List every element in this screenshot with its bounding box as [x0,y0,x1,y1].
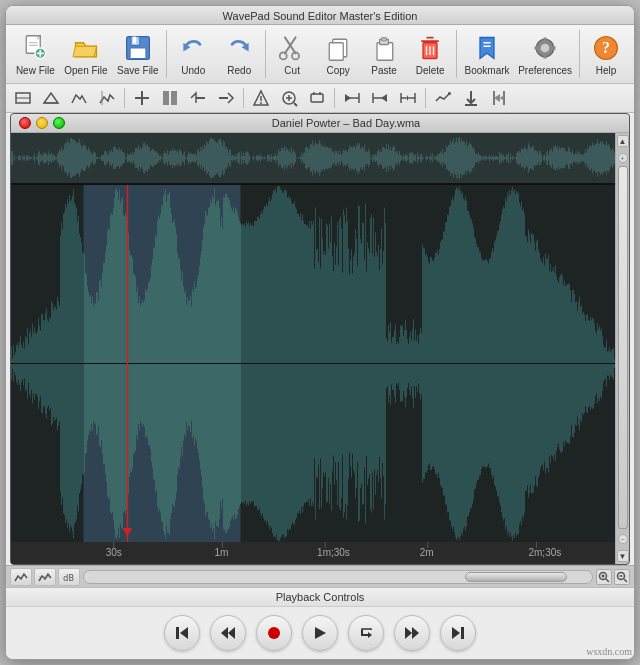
separator-4 [579,30,580,78]
svg-rect-32 [543,54,547,58]
t2-btn-11[interactable] [304,86,330,110]
playback-section: Playback Controls [6,587,634,659]
copy-icon [322,32,354,64]
svg-marker-84 [221,627,228,639]
redo-icon [223,32,255,64]
skip-end-button[interactable] [440,615,476,651]
svg-marker-81 [180,627,188,639]
svg-marker-89 [452,627,460,639]
zoom-in-icon[interactable] [596,569,612,585]
t2-btn-13[interactable] [367,86,393,110]
zoom-out-btn[interactable]: − [618,534,628,544]
svg-rect-82 [176,627,179,639]
save-file-button[interactable]: Save File [113,29,162,79]
t2-sep-2 [243,88,244,108]
t2-btn-3[interactable] [66,86,92,110]
redo-label: Redo [227,65,251,76]
paste-button[interactable]: Paste [362,29,406,79]
close-button[interactable] [19,117,31,129]
fast-forward-button[interactable] [394,615,430,651]
bookmark-button[interactable]: Bookmark [461,29,513,79]
paste-label: Paste [371,65,397,76]
help-label: Help [596,65,617,76]
horizontal-scrollbar[interactable] [83,570,593,584]
waveform-titlebar: Daniel Powter – Bad Day.wma [11,114,629,133]
svg-point-14 [280,52,287,59]
delete-button[interactable]: Delete [408,29,452,79]
rewind-button[interactable] [210,615,246,651]
record-button[interactable] [256,615,292,651]
waveform-canvas[interactable] [11,133,615,564]
separator-2 [265,30,266,78]
svg-rect-8 [130,48,146,59]
zoom-out-icon[interactable] [614,569,630,585]
open-file-label: Open File [64,65,107,76]
help-button[interactable]: ? Help [584,29,628,79]
h-scroll-thumb[interactable] [465,572,567,582]
svg-rect-44 [171,91,177,105]
t2-btn-15[interactable] [430,86,456,110]
waveform-display[interactable] [11,133,615,564]
zoom-controls [596,569,630,585]
t2-btn-16[interactable] [458,86,484,110]
t2-btn-12[interactable] [339,86,365,110]
bookmark-icon [471,32,503,64]
preferences-icon [529,32,561,64]
t2-btn-2[interactable] [38,86,64,110]
svg-line-51 [294,103,297,106]
svg-point-85 [268,627,280,639]
waveform-area[interactable]: ▲ + − ▼ [11,133,629,564]
cut-button[interactable]: Cut [270,29,314,79]
mode-btn-1[interactable] [10,568,32,586]
redo-button[interactable]: Redo [217,29,261,79]
undo-button[interactable]: Undo [171,29,215,79]
t2-btn-5[interactable] [129,86,155,110]
copy-button[interactable]: Copy [316,29,360,79]
preferences-button[interactable]: Preferences [515,29,575,79]
undo-label: Undo [181,65,205,76]
v-scroll-thumb[interactable] [618,166,628,529]
save-file-icon [122,32,154,64]
skip-start-button[interactable] [164,615,200,651]
new-file-label: New File [16,65,55,76]
minimize-button[interactable] [36,117,48,129]
svg-marker-86 [315,627,326,639]
svg-point-30 [541,44,550,53]
scroll-up-arrow[interactable]: ▲ [617,135,629,147]
t2-btn-1[interactable] [10,86,36,110]
delete-icon [414,32,446,64]
new-file-button[interactable]: New File [12,29,59,79]
t2-btn-7[interactable] [185,86,211,110]
save-file-label: Save File [117,65,159,76]
paste-icon [368,32,400,64]
delete-label: Delete [416,65,445,76]
playback-controls [6,607,634,659]
svg-rect-9 [133,37,137,44]
t2-btn-6[interactable] [157,86,183,110]
t2-btn-4[interactable] [94,86,120,110]
bottom-bar: dB [6,565,634,587]
svg-marker-70 [494,94,500,102]
t2-btn-10[interactable] [276,86,302,110]
open-file-button[interactable]: Open File [61,29,112,79]
svg-point-49 [260,102,262,104]
t2-btn-9[interactable] [248,86,274,110]
zoom-in-btn[interactable]: + [618,153,628,163]
mode-btn-3[interactable]: dB [58,568,80,586]
loop-button[interactable] [348,615,384,651]
scroll-down-arrow[interactable]: ▼ [617,550,629,562]
new-file-icon [19,32,51,64]
mode-btn-2[interactable] [34,568,56,586]
t2-btn-14[interactable] [395,86,421,110]
main-toolbar: New File Open File Save Fi [6,25,634,84]
svg-line-75 [606,579,609,582]
play-button[interactable] [302,615,338,651]
svg-marker-88 [412,627,419,639]
svg-rect-17 [329,43,343,61]
svg-rect-18 [377,43,393,61]
t2-btn-8[interactable] [213,86,239,110]
vertical-scrollbar[interactable]: ▲ + − ▼ [615,133,629,564]
t2-btn-17[interactable] [486,86,512,110]
copy-label: Copy [326,65,349,76]
maximize-button[interactable] [53,117,65,129]
